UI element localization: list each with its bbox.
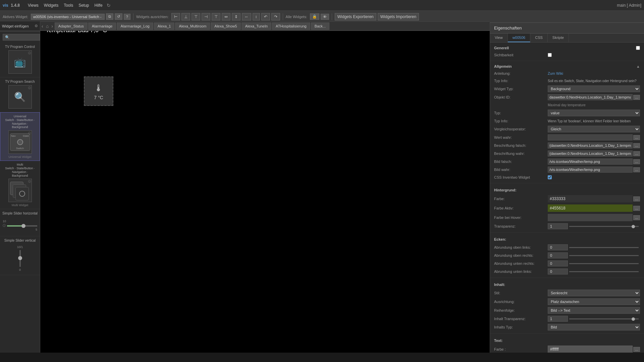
insert-settings-icon[interactable]: ⚙ [35,24,38,28]
generell-checkbox[interactable] [636,46,640,50]
transparenz-slider[interactable] [569,226,639,227]
abrund-ur-slider[interactable] [569,263,639,264]
beschr-falsch-btn[interactable]: … [633,143,640,148]
tab-alexa-1[interactable]: Alexa_1 [154,22,175,30]
objekt-id-input[interactable] [548,94,633,100]
farbe-pick-btn[interactable]: … [633,196,640,201]
inhalt-transparenz-slider[interactable] [569,318,639,319]
abrund-ul-slider[interactable] [569,271,639,272]
widget-refresh-btn[interactable]: ↺ [115,13,122,20]
canvas-area[interactable]: Temperatur Bad 7,0 °C 🌡 7 °C [40,23,490,353]
tab-back[interactable]: Back... [311,22,330,30]
menu-widgets[interactable]: Widgets [41,2,61,9]
stil-select[interactable]: Senkrecht [548,290,640,296]
distribute-v-btn[interactable]: ⇕ [232,13,240,20]
sidebar-search-input[interactable] [3,34,40,41]
beschr-wahr-input[interactable] [548,150,633,157]
farbe-aktiv-pick-btn[interactable]: … [633,206,640,211]
abrund-or-row: Abrundung oben rechts: [494,251,640,259]
inhalts-typ-row: Inhalts Typ: Bild [494,323,640,331]
abrund-ul-input[interactable] [548,268,568,275]
align-top-btn[interactable]: ⊤ [192,13,200,20]
abrund-or-slider[interactable] [569,255,639,256]
alle-lock-btn[interactable]: 🔒 [310,13,319,20]
sichtbarkeit-checkbox[interactable] [548,53,552,57]
tab-skripte[interactable]: Skripte [548,34,569,42]
abrund-or-input[interactable] [548,252,568,258]
align-center-v-btn[interactable]: ⊥ [181,13,190,20]
tab-css[interactable]: CSS [530,34,548,42]
tab-view[interactable]: View [490,34,508,42]
tab-alexa-multiroom[interactable]: Alexa_Multiroom [175,22,210,30]
objekt-id-pick-btn[interactable]: … [633,95,640,100]
bild-wahr-btn[interactable]: … [633,167,640,172]
tab-w00506[interactable]: w00506 [508,34,531,42]
bild-falsch-btn[interactable]: … [633,159,640,164]
section-text: Text: Farbe : #ffffff … Farbe Aktiv: #ff… [490,334,644,353]
sidebar-item-slider-v[interactable]: Simple Slider vertical 10/1 0 [0,236,40,275]
menu-hilfe[interactable]: Hilfe [92,2,105,9]
text-farbe-pick-btn[interactable]: … [633,347,640,352]
align-right-btn[interactable]: ⊤ [212,13,220,20]
css-inventwo-checkbox[interactable] [548,175,552,179]
slider-v-thumb [18,256,22,260]
align-left-btn[interactable]: ⊢ [171,13,180,20]
tab-nav-left[interactable]: ‹ [40,23,45,29]
wert-wahr-field: … [548,134,640,140]
widget-info-btn[interactable]: ? [124,14,130,20]
widget-copy-btn[interactable]: ⧉ [106,13,113,20]
bild-falsch-input[interactable] [548,159,633,165]
sidebar-item-slider-h[interactable]: Simple Slider horizontal 10 ⓘ 5 [0,209,40,236]
sidebar-item-tv-control[interactable]: TV Program Control 📺 ⓘ [0,43,40,77]
transparenz-input[interactable] [548,223,568,229]
abrund-ol-input[interactable] [548,244,568,250]
redo-btn[interactable]: ↷ [271,13,280,20]
widget-typ-select[interactable]: Background [548,85,640,92]
nav-arrow-icon[interactable]: ↻ [105,3,112,8]
abrund-ol-slider[interactable] [569,247,639,248]
sidebar-item-tv-search[interactable]: TV Program Search 🔍 ⓘ [0,77,40,112]
vergleich-select[interactable]: Gleich [548,126,640,132]
beschr-wahr-btn[interactable]: … [633,151,640,156]
abrund-ur-input[interactable] [548,260,568,266]
wert-wahr-btn[interactable]: … [633,135,640,140]
menu-tools[interactable]: Tools [61,2,76,9]
tab-nav-right[interactable]: › [50,23,54,29]
alle-eye-btn[interactable]: 👁 [321,14,329,20]
text-farbe-bar: #ffffff [548,346,633,353]
ausrichtung-select[interactable]: Platz dazwischen [548,298,640,305]
bild-wahr-input[interactable] [548,167,633,173]
weather-widget[interactable]: 🌡 7 °C [84,76,113,106]
sidebar-item-multi[interactable]: MultiSwitch · State/Button ·Navigation ·… [0,161,40,209]
tab-alarmanlage[interactable]: Alarmanlage [88,22,116,30]
import-btn[interactable]: Widgets Importieren [378,13,419,20]
menu-views[interactable]: Views [25,2,41,9]
beschr-falsch-input[interactable] [548,142,633,148]
align-center-h-btn[interactable]: ⊣ [202,13,210,20]
typ-select[interactable]: value [548,110,640,116]
active-widget-label: Aktives Widget: [3,15,28,19]
export-btn[interactable]: Widgets Exportieren [335,13,376,20]
anleitung-link[interactable]: Zum Wiki [548,71,563,75]
tab-alexa-tunein[interactable]: Alexa_TuneIn [241,22,271,30]
same-height-btn[interactable]: ↕ [253,13,260,20]
sidebar-item-universal[interactable]: UniversalSwitch · State/Button ·Navigati… [0,112,40,161]
inhalts-typ-select[interactable]: Bild [548,324,640,330]
tab-alarmanlage-log[interactable]: Alarmanlage_Log [117,22,153,30]
tab-adapter-status[interactable]: Adapter_Status [55,22,88,30]
farbe-hover-pick-btn[interactable]: … [633,215,640,220]
inhalt-transparenz-input[interactable] [548,316,568,322]
same-width-btn[interactable]: ↔ [242,13,251,20]
allgemein-collapse-icon[interactable]: ▲ [636,64,640,68]
widget-id-input[interactable] [31,14,105,20]
menu-setup[interactable]: Setup [76,2,92,9]
tab-home[interactable]: ⌂ [45,23,50,29]
tab-athospitalisierung[interactable]: ATHospitalisierung [272,22,310,30]
wert-wahr-input[interactable] [548,134,633,140]
undo-btn[interactable]: ↶ [261,13,270,20]
tab-alexa-show5[interactable]: Alexa_Show5 [211,22,240,30]
reihenfolge-select[interactable]: Bild --> Text [548,307,640,314]
distribute-h-btn[interactable]: ⇔ [222,13,230,20]
typ-info-label: Typ Info: [494,79,548,83]
multi-widget-preview [10,182,30,199]
